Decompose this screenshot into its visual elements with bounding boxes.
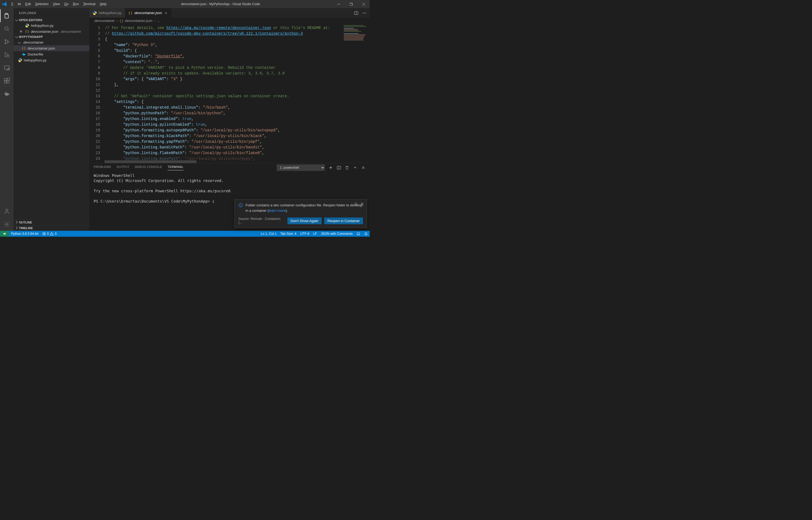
new-terminal-icon[interactable]: [329, 165, 333, 170]
svg-point-24: [357, 232, 360, 235]
status-encoding[interactable]: UTF-8: [298, 232, 311, 236]
svg-point-6: [7, 41, 9, 42]
status-problems[interactable]: 0 0: [40, 232, 58, 236]
svg-point-3: [5, 27, 8, 30]
svg-rect-10: [4, 78, 6, 80]
activity-scm[interactable]: [0, 35, 13, 48]
split-editor-icon[interactable]: [354, 11, 358, 15]
tree-file[interactable]: Dockerfile: [13, 51, 89, 57]
code-editor[interactable]: 123456789101112131415161718192021222324 …: [89, 24, 370, 163]
chevron-up-icon[interactable]: [353, 165, 357, 170]
activity-explorer[interactable]: [0, 9, 13, 22]
svg-rect-8: [4, 66, 9, 69]
remote-indicator[interactable]: [0, 231, 9, 237]
tree-file[interactable]: hellopython.py: [13, 57, 89, 63]
svg-point-19: [365, 12, 366, 13]
trash-icon[interactable]: [345, 165, 349, 170]
chevron-down-icon: [18, 41, 21, 45]
svg-rect-0: [337, 4, 340, 4]
activity-search[interactable]: [0, 22, 13, 35]
menu-terminal[interactable]: Terminal: [81, 2, 97, 6]
tree-folder[interactable]: .devcontainer: [13, 39, 89, 45]
menu-selection[interactable]: Selection: [33, 2, 51, 6]
minimize-button[interactable]: [332, 0, 345, 8]
menu-view[interactable]: View: [51, 2, 62, 6]
file-icon: [18, 58, 22, 62]
status-language[interactable]: JSON with Comments: [319, 232, 355, 236]
status-bell-icon[interactable]: [362, 232, 370, 236]
file-icon: { }: [25, 29, 29, 33]
section-open-editors[interactable]: OPEN EDITORS: [13, 18, 89, 23]
menu-run[interactable]: Run: [71, 2, 81, 6]
panel-tab-debug-console[interactable]: DEBUG CONSOLE: [135, 165, 162, 171]
notification-source: Source: Remote - Containers (...: [239, 217, 285, 225]
section-project[interactable]: MYPYTHONAPP: [13, 34, 89, 39]
file-icon: [25, 23, 29, 28]
breadcrumb[interactable]: .devcontainer› { }devcontainer.json› ...: [89, 18, 370, 24]
title-bar: File Edit Selection View Go Run Terminal…: [0, 0, 370, 8]
svg-rect-13: [7, 78, 9, 80]
split-terminal-icon[interactable]: [337, 165, 341, 170]
file-icon: [22, 52, 26, 56]
sidebar-title: EXPLORER: [13, 8, 89, 18]
minimap[interactable]: [343, 24, 370, 163]
open-editor-item[interactable]: ✕{ }devcontainer.json .devcontainer: [13, 28, 89, 34]
menu-bar: File Edit Selection View Go Run Terminal…: [9, 2, 109, 6]
editor-tab[interactable]: hellopython.py: [89, 8, 125, 18]
close-icon[interactable]: [164, 11, 168, 15]
close-icon[interactable]: ✕: [20, 29, 23, 33]
activity-run[interactable]: [0, 48, 13, 61]
reopen-in-container-button[interactable]: Reopen in Container: [324, 217, 363, 224]
activity-bar: [0, 8, 13, 231]
status-eol[interactable]: LF: [311, 232, 319, 236]
close-button[interactable]: [357, 0, 370, 8]
svg-point-21: [355, 203, 356, 205]
svg-point-7: [7, 55, 9, 57]
close-panel-icon[interactable]: [361, 165, 365, 170]
editor-area: hellopython.py{ }devcontainer.json .devc…: [89, 8, 370, 231]
svg-rect-11: [4, 81, 6, 83]
tree-file[interactable]: { }devcontainer.json: [13, 45, 89, 51]
svg-point-14: [6, 209, 8, 211]
panel: PROBLEMSOUTPUTDEBUG CONSOLETERMINAL 1: p…: [89, 163, 370, 231]
more-icon[interactable]: [362, 11, 366, 15]
learn-more-link[interactable]: learn more: [269, 209, 285, 213]
activity-docker[interactable]: [0, 87, 13, 100]
terminal-select[interactable]: 1: powershell: [277, 164, 325, 171]
open-editor-item[interactable]: hellopython.py: [13, 23, 89, 28]
svg-rect-12: [7, 81, 9, 83]
panel-tab-terminal[interactable]: TERMINAL: [168, 165, 184, 171]
dont-show-again-button[interactable]: Don't Show Again: [287, 217, 321, 224]
activity-settings[interactable]: [0, 218, 13, 231]
menu-help[interactable]: Help: [98, 2, 109, 6]
notification-message: Folder contains a dev container configur…: [246, 203, 363, 213]
svg-point-17: [363, 12, 364, 13]
activity-account[interactable]: [0, 205, 13, 218]
section-outline[interactable]: OUTLINE: [13, 219, 89, 225]
status-tabsize[interactable]: Tab Size: 4: [279, 232, 298, 236]
activity-extensions[interactable]: [0, 74, 13, 87]
activity-remote[interactable]: [0, 61, 13, 74]
menu-go[interactable]: Go: [62, 2, 71, 6]
status-lncol[interactable]: Ln 1, Col 1: [259, 232, 279, 236]
close-icon[interactable]: [360, 202, 364, 207]
sidebar: EXPLORER OPEN EDITORS hellopython.py✕{ }…: [13, 8, 89, 231]
horizontal-scrollbar[interactable]: [105, 160, 196, 163]
svg-point-15: [6, 224, 7, 225]
editor-tab[interactable]: { }devcontainer.json: [125, 8, 172, 18]
info-icon: [239, 203, 243, 213]
gear-icon[interactable]: [354, 202, 358, 207]
status-feedback-icon[interactable]: [355, 232, 362, 236]
file-icon: { }: [128, 11, 133, 15]
status-python[interactable]: Python 3.8.3 64-bit: [9, 232, 40, 236]
panel-tab-problems[interactable]: PROBLEMS: [94, 165, 111, 171]
section-timeline[interactable]: TIMELINE: [13, 225, 89, 231]
vscode-logo-icon: [0, 2, 9, 6]
panel-tab-output[interactable]: OUTPUT: [116, 165, 130, 171]
svg-rect-2: [350, 3, 352, 6]
file-icon: { }: [22, 46, 26, 50]
maximize-button[interactable]: [345, 0, 357, 8]
menu-file[interactable]: File: [9, 2, 23, 6]
menu-edit[interactable]: Edit: [23, 2, 33, 6]
file-icon: [92, 11, 97, 15]
